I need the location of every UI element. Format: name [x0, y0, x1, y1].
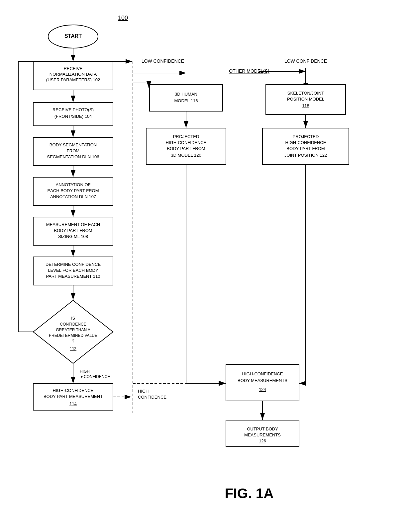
node-114-num: 114 — [69, 401, 77, 406]
diagram-container: 100 START RECEIVE NORMALIZATION DATA (US… — [0, 0, 412, 532]
low-confidence-left-label: LOW CONFIDENCE — [142, 58, 184, 64]
node-124-label: HIGH-CONFIDENCE — [242, 371, 283, 376]
node-122-label4: JOINT POSITION 122 — [284, 153, 327, 158]
node-104-label2: (FRONT/SIDE) 104 — [54, 114, 92, 119]
node-122-label3: BODY PART FROM — [286, 146, 325, 151]
node-124-label2: BODY MEASUREMENTS — [238, 378, 287, 383]
node-114-label: HIGH-CONFIDENCE — [53, 388, 94, 393]
node-108-label: MEASUREMENT OF EACH — [46, 222, 100, 227]
node-120-label2: HIGH-CONFIDENCE — [166, 140, 207, 145]
node-112-label4: PREDETERMINED VALUE — [49, 333, 97, 338]
node-102-label3: (USER PARAMETERS) 102 — [46, 77, 100, 82]
node-102-label: RECEIVE — [63, 66, 82, 71]
node-107-label2: EACH BODY PART FROM — [47, 188, 99, 193]
node-120-label: PROJECTED — [173, 134, 199, 139]
high-confidence-bottom-label: HIGH — [138, 389, 149, 394]
node-124-num: 124 — [259, 387, 266, 392]
node-107-label3: ANNOTATION DLN 107 — [50, 194, 96, 199]
node-110-label3: PART MEASUREMENT 110 — [46, 274, 100, 279]
node-116-label: 3D HUMAN — [175, 92, 197, 97]
node-108-label3: SIZING ML 108 — [58, 234, 88, 239]
node-122-label: PROJECTED — [293, 134, 319, 139]
node-118-label2: POSITION MODEL — [287, 97, 324, 102]
node-110-label2: LEVEL FOR EACH BODY — [48, 268, 98, 273]
node-106-label3: SEGMENTATION DLN 106 — [47, 154, 99, 159]
node-116-label2: MODEL 116 — [174, 98, 198, 103]
node-112-label3: GREATER THAN A — [56, 328, 90, 332]
fig-label: FIG. 1A — [225, 486, 273, 501]
node-120-label4: 3D MODEL 120 — [171, 153, 201, 158]
diagram-number: 100 — [118, 15, 128, 21]
node-104-label: RECEIVE PHOTO(S) — [52, 107, 94, 112]
high-confidence-left-label: HIGH — [80, 369, 90, 374]
node-118-label: SKELETON/JOINT — [287, 91, 324, 96]
node-118-num: 118 — [302, 103, 309, 108]
node-120-label3: BODY PART FROM — [167, 146, 205, 151]
node-126-label: OUTPUT BODY — [247, 426, 278, 431]
node-106-label2: FROM — [67, 148, 79, 153]
node-106-label: BODY SEGMENTATION — [50, 142, 97, 147]
node-126-label2: MEASUREMENTS — [244, 432, 281, 437]
other-models-label: OTHER MODEL(S) — [229, 68, 269, 74]
node-108-label2: BODY PART FROM — [54, 228, 92, 233]
high-confidence-bottom-label2: CONFIDENCE — [138, 395, 166, 400]
node-112-label5: ? — [72, 339, 74, 343]
node-112-label: IS — [71, 316, 75, 321]
start-label: START — [64, 33, 82, 39]
node-116 — [150, 85, 223, 111]
node-112-label2: CONFIDENCE — [60, 322, 86, 327]
node-107-label: ANNOTATION OF — [56, 182, 91, 187]
low-confidence-right-label: LOW CONFIDENCE — [284, 58, 327, 64]
node-112-num: 112 — [70, 346, 76, 351]
high-confidence-left-label2: ▼CONFIDENCE — [80, 374, 110, 379]
node-126-num: 126 — [259, 438, 266, 443]
node-122-label2: HIGH-CONFIDENCE — [285, 140, 326, 145]
node-102-label2: NORMALIZATION DATA — [50, 72, 97, 77]
node-110-label: DETERMINE CONFIDENCE — [46, 262, 101, 267]
node-114-label2: BODY PART MEASUREMENT — [44, 394, 103, 399]
